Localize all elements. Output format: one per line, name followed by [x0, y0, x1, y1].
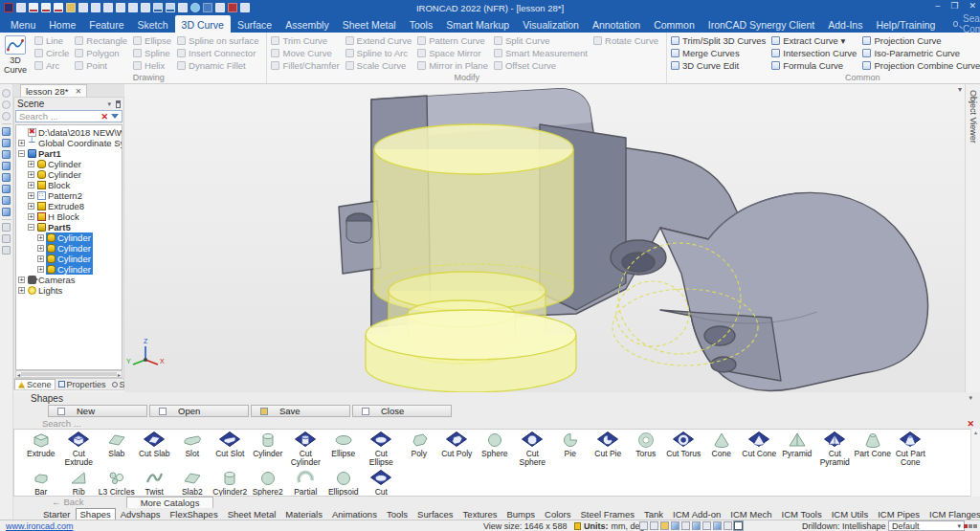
catalog-item-partial-torus[interactable]: Partial Torus [287, 468, 325, 497]
collaboration-icon[interactable] [964, 520, 977, 531]
catalog-tab-surfaces[interactable]: Surfaces [412, 509, 458, 520]
catalog-tab-icm-mech[interactable]: ICM Mech [725, 509, 776, 520]
ribbon-item-rotate-curve[interactable]: Rotate Curve [591, 34, 662, 47]
view-cube-front-icon[interactable] [2, 127, 11, 136]
ribbon-item-extend-curve[interactable]: Extend Curve [344, 34, 416, 47]
ribbon-item-trim-split-3d-curves[interactable]: Trim/Split 3D Curves [669, 34, 769, 47]
zoom-icon[interactable] [639, 521, 648, 530]
tree-item-lights[interactable]: +Lights [16, 285, 122, 296]
clear-search-icon[interactable]: ✕ [100, 112, 108, 122]
close-icon[interactable]: ✕ [969, 1, 976, 11]
tree-item-cylinder[interactable]: +Cylinder [16, 243, 122, 254]
view-cube-left-icon[interactable] [2, 150, 11, 159]
catalog-tab-advshaps[interactable]: Advshaps [116, 509, 166, 520]
menu-tab-smart-markup[interactable]: Smart Markup [439, 15, 516, 33]
tree-item-global-coordinate-system[interactable]: +Global Coordinate System [16, 138, 122, 148]
back-button[interactable]: ←Back [52, 497, 84, 508]
catalog-item-slot[interactable]: Slot [173, 430, 212, 468]
spray-tool-icon[interactable] [116, 3, 125, 12]
catalog-item-poly[interactable]: Poly [400, 430, 438, 468]
save-as-icon[interactable] [91, 3, 100, 12]
tree-expander-icon[interactable]: + [37, 245, 44, 252]
catalog-tab-tank[interactable]: Tank [639, 509, 668, 520]
catalog-tab-steel-frames[interactable]: Steel Frames [576, 509, 640, 520]
catalog-item-cut-pyramid[interactable]: Cut Pyramid [816, 430, 855, 468]
catalog-tab-shapes[interactable]: Shapes [76, 508, 116, 520]
move-cube-icon[interactable] [681, 521, 690, 530]
view-cube-top-icon[interactable] [2, 173, 11, 182]
panel-tab-properties[interactable]: Properties [56, 379, 109, 389]
sheet-icon[interactable] [203, 3, 212, 12]
ribbon-item-iso-parametric-curve[interactable]: Iso-Parametric Curve [860, 47, 980, 59]
tree-item-extrude8[interactable]: +Extrude8 [16, 201, 122, 211]
minimize-icon[interactable]: – [935, 1, 940, 11]
catalog-tab-icm-add-on[interactable]: ICM Add-on [668, 509, 725, 520]
ribbon-item-projection-combine-curve[interactable]: Projection Combine Curve [860, 59, 980, 72]
new-button[interactable]: New [48, 405, 147, 417]
select-cursor-icon[interactable] [734, 521, 743, 530]
ribbon-item-line[interactable]: Line [33, 34, 73, 47]
tree-expander-icon[interactable]: + [37, 234, 44, 241]
tree-item-part1[interactable]: −Part1 [16, 148, 122, 159]
catalog-tab-starter[interactable]: Starter [38, 509, 76, 520]
catalog-tab-colors[interactable]: Colors [540, 509, 575, 520]
menu-tab-add-ins[interactable]: Add-Ins [821, 15, 869, 33]
tree-expander-icon[interactable]: + [28, 213, 34, 220]
catalog-item-cut-sphere[interactable]: Cut Sphere [514, 430, 552, 468]
open-folder-icon[interactable] [66, 3, 76, 12]
command-search[interactable]: Search Commands... [953, 15, 980, 33]
ironcad-link[interactable]: www.ironcad.com [6, 520, 74, 531]
tree-item-cylinder[interactable]: +Cylinder [16, 254, 122, 264]
panel-dropdown-icon[interactable]: ▾ [107, 100, 111, 108]
catalog-item-ellipse[interactable]: Ellipse [324, 430, 363, 468]
tree-expander-icon[interactable]: + [28, 161, 34, 167]
tree-item-cameras[interactable]: +Cameras [16, 275, 122, 285]
ribbon-item-intersection-curve[interactable]: Intersection Curve [769, 47, 860, 59]
tree-expander-icon[interactable]: + [18, 140, 25, 146]
snap-grid-icon[interactable] [190, 3, 200, 12]
menu-tab-surface[interactable]: Surface [231, 15, 278, 33]
tree-expander-icon[interactable]: + [28, 203, 34, 210]
menu-tab-menu[interactable]: Menu [4, 15, 42, 33]
catalog-item-cut-pie[interactable]: Cut Pie [590, 430, 628, 468]
tree-expander-icon[interactable]: + [18, 277, 25, 283]
ribbon-item-3d-curve-edit[interactable]: 3D Curve Edit [669, 59, 769, 72]
panel-tab-scene[interactable]: Scene [14, 379, 56, 389]
menu-tab-annotation[interactable]: Annotation [586, 15, 647, 33]
wireframe-slab-icon[interactable] [692, 521, 701, 530]
catalog-tab-icm-utils[interactable]: ICM Utils [827, 509, 874, 520]
catalog-item-cut-ellipse[interactable]: Cut Ellipse [363, 430, 401, 468]
filter-icon[interactable] [111, 114, 119, 119]
restore-icon[interactable]: ❐ [950, 1, 958, 11]
catalog-tab-flexshapes[interactable]: FlexShapes [165, 509, 222, 520]
viewport-collapse-icon[interactable]: ▾ [958, 85, 962, 94]
catalog-tab-icm-flanges[interactable]: ICM Flanges [924, 509, 980, 520]
shape-circle-icon[interactable] [2, 89, 11, 98]
ribbon-item-mirror-in-plane[interactable]: Mirror in Plane [415, 59, 492, 72]
menu-tab-home[interactable]: Home [42, 15, 82, 33]
catalog-item-cut-cone[interactable]: Cut Cone [741, 430, 779, 468]
catalog-item-cut-poly[interactable]: Cut Poly [438, 430, 477, 468]
catalog-item-torus[interactable]: Torus [627, 430, 665, 468]
undo-view-icon[interactable] [724, 521, 732, 530]
catalog-item-rib[interactable]: Rib [60, 468, 99, 497]
catalog-tab-icm-pipes[interactable]: ICM Pipes [873, 509, 924, 520]
object-viewer-tab[interactable]: Object Viewer [965, 84, 980, 392]
export-icon[interactable] [103, 3, 113, 12]
close-button[interactable]: Close [352, 405, 452, 417]
catalog-item-bar[interactable]: Bar [22, 468, 60, 497]
ribbon-item-scale-curve[interactable]: Scale Curve [344, 59, 416, 72]
document-close-icon[interactable]: ✕ [75, 87, 81, 96]
tree-expander-icon[interactable]: + [28, 182, 34, 188]
redo-icon[interactable] [166, 3, 175, 12]
measure-tool-icon[interactable] [2, 223, 11, 232]
catalog-item-cut-cylinder[interactable]: Cut Cylinder [287, 430, 325, 468]
tree-item-h-block[interactable]: +H Block [16, 211, 122, 222]
catalog-item-cut-extrude[interactable]: Cut Extrude [60, 430, 99, 468]
menu-tab-ironcad-synergy-client[interactable]: IronCAD Synergy Client [702, 15, 821, 33]
catalog-item-cut-slot[interactable]: Cut Slot [212, 430, 250, 468]
shaded-cube-icon[interactable] [713, 521, 722, 530]
view-cube-right-icon[interactable] [2, 162, 11, 170]
catalog-item-slab[interactable]: Slab [98, 430, 136, 468]
tree-expander-icon[interactable]: + [18, 287, 25, 294]
